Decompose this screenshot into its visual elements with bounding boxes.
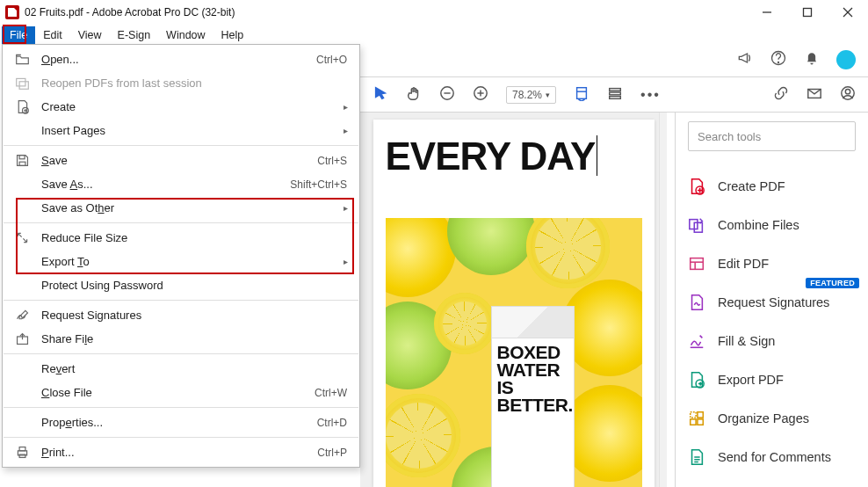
hand-tool-icon[interactable] [406,85,422,105]
menu-save-as[interactable]: Save As... Shift+Ctrl+S [3,172,359,196]
svg-rect-40 [691,412,696,418]
tool-export-pdf[interactable]: Export PDF [688,360,856,399]
select-tool-icon[interactable] [373,85,388,105]
tool-send-comments[interactable]: Send for Comments [688,438,856,476]
combine-icon [688,216,705,234]
svg-point-16 [778,62,779,62]
signature-icon [3,308,41,323]
app-toolbar [360,42,868,77]
profile-icon[interactable] [840,85,856,105]
separator [4,407,358,408]
featured-badge: FEATURED [806,278,859,288]
search-tools-input[interactable]: Search tools [688,121,856,151]
tool-request-signatures[interactable]: Request Signatures FEATURED [688,283,856,322]
create-pdf-icon [688,178,705,195]
maximize-button[interactable] [787,0,828,25]
more-tools-icon[interactable]: ••• [640,87,661,103]
reopen-icon [3,76,41,91]
svg-rect-26 [610,96,621,98]
separator [4,437,358,438]
menu-export-to[interactable]: Export To ▸ [3,250,359,273]
print-icon [3,445,41,460]
zoom-level[interactable]: 78.2%▾ [506,86,556,104]
request-sig-icon [688,294,705,311]
page-display-icon[interactable] [607,85,623,105]
folder-open-icon [3,52,41,67]
menu-save[interactable]: Save Ctrl+S [3,149,359,172]
tool-organize-pages[interactable]: Organize Pages [688,399,856,438]
menu-close-file[interactable]: Close File Ctrl+W [3,381,359,404]
page-heading[interactable]: EVERY DAY [386,135,642,176]
svg-rect-10 [19,162,25,165]
svg-rect-13 [19,447,25,451]
menu-properties[interactable]: Properties... Ctrl+D [3,411,359,434]
separator [4,222,358,223]
window-title: 02 Fruits.pdf - Adobe Acrobat Pro DC (32… [25,6,235,18]
compress-icon [3,230,41,245]
create-icon [3,99,41,114]
menu-edit[interactable]: Edit [35,26,70,44]
menu-protect[interactable]: Protect Using Password [3,273,359,297]
svg-rect-14 [19,454,25,457]
svg-rect-9 [19,156,25,159]
document-view[interactable]: EVERY DAY BOXED WATER IS BETTER. [360,113,667,487]
separator [4,353,358,354]
menu-share-file[interactable]: Share File [3,327,359,351]
shortcut: Ctrl+O [316,54,359,66]
user-avatar[interactable] [836,50,856,69]
menu-open[interactable]: Open... Ctrl+O [3,47,359,71]
share-icon [3,331,41,346]
svg-rect-42 [691,419,696,425]
svg-rect-43 [698,419,703,425]
menu-window[interactable]: Window [158,26,213,44]
tool-combine-files[interactable]: Combine Files [688,206,856,244]
menu-esign[interactable]: E-Sign [110,26,159,44]
organize-icon [688,410,705,427]
vertical-scrollbar[interactable] [659,113,667,487]
document-toolbar: 78.2%▾ ••• [360,77,868,113]
minimize-button[interactable] [747,0,787,25]
menu-request-signatures[interactable]: Request Signatures [3,303,359,327]
svg-rect-35 [691,258,704,270]
svg-rect-5 [19,82,28,90]
zoom-out-icon[interactable] [439,85,455,105]
submenu-arrow-icon: ▸ [344,126,359,135]
tool-fill-sign[interactable]: Fill & Sign [688,322,856,360]
svg-rect-25 [610,92,621,95]
megaphone-icon[interactable] [736,49,754,70]
file-menu-dropdown: Open... Ctrl+O Reopen PDFs from last ses… [2,44,360,468]
link-icon[interactable] [773,85,789,105]
svg-point-29 [845,89,850,93]
acrobat-icon [5,5,19,19]
svg-rect-22 [577,87,587,98]
svg-rect-24 [610,88,621,91]
edit-pdf-icon [688,255,705,273]
submenu-arrow-icon: ▸ [344,203,359,213]
close-button[interactable] [828,0,868,25]
menu-help[interactable]: Help [213,26,252,44]
menu-view[interactable]: View [70,26,110,44]
menu-create[interactable]: Create ▸ [3,95,359,119]
comments-icon [688,448,705,466]
svg-rect-1 [804,9,812,17]
menu-insert-pages[interactable]: Insert Pages ▸ [3,119,359,142]
email-icon[interactable] [807,85,822,105]
svg-rect-4 [16,78,25,86]
menu-save-as-other[interactable]: Save as Other ▸ [3,196,359,220]
fit-width-icon[interactable] [574,85,590,105]
save-icon [3,153,41,168]
menu-file[interactable]: File [2,26,35,44]
export-pdf-icon [688,371,705,389]
tool-create-pdf[interactable]: Create PDF [688,167,856,206]
help-icon[interactable] [770,49,787,70]
menu-revert[interactable]: Revert [3,357,359,381]
svg-rect-41 [698,412,703,418]
pdf-page[interactable]: EVERY DAY BOXED WATER IS BETTER. [373,120,655,487]
menu-reduce-size[interactable]: Reduce File Size [3,226,359,250]
zoom-in-icon[interactable] [473,85,488,105]
svg-rect-34 [694,222,702,232]
text-cursor [597,135,597,176]
carton-graphic: BOXED WATER IS BETTER. [491,306,575,487]
bell-icon[interactable] [803,49,821,70]
menu-print[interactable]: Print... Ctrl+P [3,440,359,464]
